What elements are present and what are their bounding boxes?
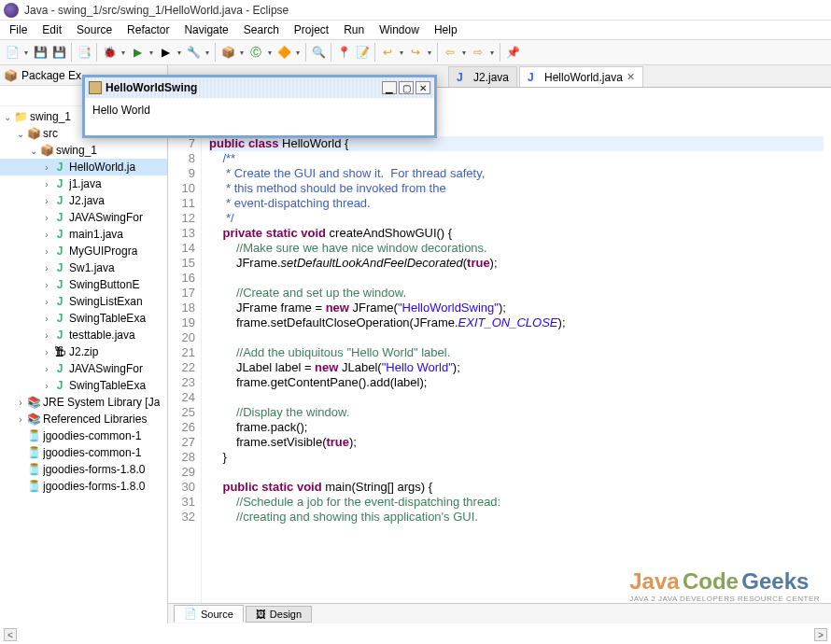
scroll-right-icon[interactable]: > [814,628,827,641]
pin-icon[interactable]: 📌 [504,44,521,61]
search-icon[interactable]: 🔍 [310,44,327,61]
code-line[interactable]: //Add the ubiquitous "Hello World" label… [209,345,824,360]
menu-help[interactable]: Help [429,21,463,38]
code-line[interactable]: JFrame.setDefaultLookAndFeelDecorated(tr… [209,256,824,271]
dropdown-icon[interactable]: ▾ [22,49,30,57]
code-line[interactable]: } [209,450,824,465]
code-line[interactable]: //Make sure we have nice window decorati… [209,241,824,256]
tree-item[interactable]: ›main1.java [0,226,167,243]
tree-item[interactable]: ›SwingListExan [0,293,167,310]
code-area[interactable]: import javax.swing.*; public class Hello… [202,88,831,603]
tree-item[interactable]: ⌄swing_1 [0,142,167,159]
tree-item[interactable]: ›Sw1.java [0,259,167,276]
dropdown-icon[interactable]: ▾ [398,49,405,57]
switch-editor-icon[interactable]: 📑 [76,44,92,61]
menu-window[interactable]: Window [373,21,425,38]
new-icon[interactable]: 📄 [4,44,21,61]
dropdown-icon[interactable]: ▾ [488,49,496,57]
project-tree[interactable]: ⌄swing_1⌄src⌄swing_1›HelloWorld.ja›j1.ja… [0,106,167,623]
tab-source[interactable]: 📄Source [174,605,244,623]
forward-icon[interactable]: ⇨ [470,44,486,61]
tree-item[interactable]: ›SwingButtonE [0,276,167,293]
dropdown-icon[interactable]: ▾ [266,49,274,57]
toggle-mark-icon[interactable]: 📍 [335,44,352,61]
tree-item[interactable]: jgoodies-forms-1.8.0 [0,478,167,495]
scroll-left-icon[interactable]: < [4,628,17,641]
dropdown-icon[interactable]: ▾ [148,49,155,57]
save-icon[interactable]: 💾 [32,44,49,61]
code-line[interactable]: frame.setVisible(true); [209,435,824,450]
code-line[interactable]: //Create and set up the window. [209,286,824,301]
code-line[interactable]: frame.getContentPane().add(label); [209,375,824,390]
dropdown-icon[interactable]: ▾ [176,49,183,57]
minimize-icon[interactable]: ▁ [382,81,397,94]
coverage-icon[interactable]: ▶ [157,44,174,61]
new-class-icon[interactable]: Ⓒ [247,44,264,61]
menu-project[interactable]: Project [289,21,334,38]
code-line[interactable]: */ [209,211,824,226]
back-icon[interactable]: ⇦ [442,44,458,61]
code-line[interactable] [209,390,824,405]
tree-item[interactable]: ›testtable.java [0,327,167,343]
code-line[interactable]: * this method should be invoked from the [209,181,824,196]
code-line[interactable]: /** [209,151,824,166]
tree-item[interactable]: ›JRE System Library [Ja [0,394,167,411]
code-line[interactable]: JFrame frame = new JFrame("HelloWorldSwi… [209,301,824,315]
tree-item[interactable]: ›HelloWorld.ja [0,159,167,175]
code-line[interactable]: public static void main(String[] args) { [209,480,824,495]
code-line[interactable]: //Display the window. [209,405,824,420]
dropdown-icon[interactable]: ▾ [204,49,211,57]
tree-item[interactable]: jgoodies-common-1 [0,444,167,461]
dropdown-icon[interactable]: ▾ [238,49,246,57]
code-line[interactable] [209,330,824,345]
dropdown-icon[interactable]: ▾ [120,49,127,57]
dropdown-icon[interactable]: ▾ [426,49,433,57]
code-line[interactable] [209,465,824,480]
editor-tab[interactable]: JHelloWorld.java✕ [519,66,643,87]
tree-item[interactable]: ›JAVASwingFor [0,360,167,377]
tree-item[interactable]: ›SwingTableExa [0,377,167,394]
save-all-icon[interactable]: 💾 [50,44,67,61]
code-line[interactable]: frame.setDefaultCloseOperation(JFrame.EX… [209,315,824,330]
dropdown-icon[interactable]: ▾ [294,49,302,57]
menu-file[interactable]: File [4,21,33,38]
code-line[interactable]: private static void createAndShowGUI() { [209,226,824,241]
tree-item[interactable]: ›MyGUIProgra [0,243,167,259]
annotation-icon[interactable]: 📝 [354,44,371,61]
run-icon[interactable]: ▶ [129,44,146,61]
tree-item[interactable]: ›j1.java [0,175,167,192]
tree-item[interactable]: ›JAVASwingFor [0,209,167,226]
external-tools-icon[interactable]: 🔧 [185,44,202,61]
menu-run[interactable]: Run [338,21,370,38]
menu-edit[interactable]: Edit [36,21,67,38]
tree-item[interactable]: ›SwingTableExa [0,310,167,327]
tree-item[interactable]: ›Referenced Libraries [0,411,167,427]
code-editor[interactable]: 4567891011121314151617181920212223242526… [168,88,831,603]
menu-navigate[interactable]: Navigate [178,21,233,38]
close-icon[interactable]: ✕ [416,81,430,94]
tree-item[interactable]: jgoodies-common-1 [0,427,167,444]
code-line[interactable]: public class HelloWorld { [209,136,824,151]
maximize-icon[interactable]: ▢ [399,81,414,94]
editor-tab[interactable]: JJ2.java [448,66,517,87]
swing-demo-window[interactable]: HelloWorldSwing ▁ ▢ ✕ Hello World [82,75,437,138]
code-line[interactable]: * Create the GUI and show it. For thread… [209,166,824,181]
tree-item[interactable]: ›J2.zip [0,343,167,360]
tab-design[interactable]: 🖼Design [246,606,312,623]
menu-search[interactable]: Search [238,21,285,38]
tree-item[interactable]: ›J2.java [0,192,167,209]
code-line[interactable]: frame.pack(); [209,420,824,435]
dropdown-icon[interactable]: ▾ [460,49,468,57]
tree-item[interactable]: jgoodies-forms-1.8.0 [0,461,167,478]
code-line[interactable]: * event-dispatching thread. [209,196,824,211]
code-line[interactable]: JLabel label = new JLabel("Hello World")… [209,360,824,375]
code-line[interactable]: //creating and showing this application'… [209,510,824,525]
code-line[interactable]: //Schedule a job for the event-dispatchi… [209,495,824,510]
next-edit-icon[interactable]: ↪ [407,44,424,61]
menu-source[interactable]: Source [71,21,118,38]
open-type-icon[interactable]: 🔶 [275,44,292,61]
swing-titlebar[interactable]: HelloWorldSwing ▁ ▢ ✕ [85,77,434,98]
code-line[interactable] [209,271,824,286]
menu-refactor[interactable]: Refactor [121,21,175,38]
new-package-icon[interactable]: 📦 [219,44,236,61]
